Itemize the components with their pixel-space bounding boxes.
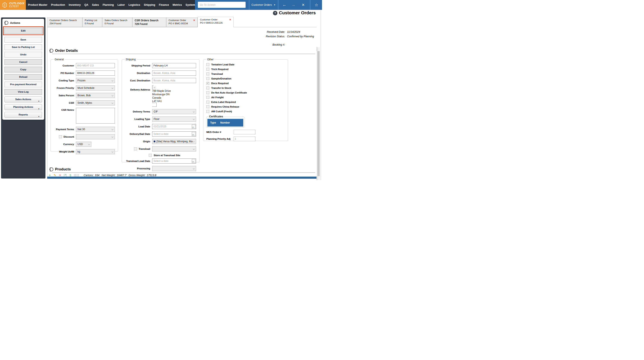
- tab-customer-orders-search[interactable]: Customer Orders Search 294 Found: [47, 17, 82, 27]
- cooling-type-select[interactable]: Frozen: [76, 78, 115, 83]
- favorite-star-icon[interactable]: ☆: [313, 0, 320, 10]
- menu-item-production[interactable]: Production: [51, 3, 65, 6]
- undo-button[interactable]: Undo: [4, 52, 42, 57]
- store-at-transload-site-checkbox[interactable]: [149, 154, 152, 157]
- app-logo: CUTLOGIX CLTEST: [0, 0, 26, 10]
- tab-close-icon[interactable]: ×: [193, 19, 195, 22]
- edit-button[interactable]: Edit: [4, 28, 42, 34]
- scroll-down-button[interactable]: [317, 177, 320, 180]
- shipping-period-field[interactable]: [152, 63, 196, 68]
- transload-select[interactable]: [152, 146, 196, 152]
- collapse-products-icon[interactable]: [50, 168, 53, 171]
- requires-china-release-checkbox[interactable]: [206, 105, 209, 108]
- discount-checkbox[interactable]: [59, 135, 62, 138]
- po-number-field[interactable]: [76, 70, 115, 76]
- save-to-parking-lot-button[interactable]: Save to Parking Lot: [4, 44, 42, 50]
- menu-item-qa[interactable]: QA: [84, 3, 88, 6]
- menu-item-sales[interactable]: Sales: [92, 3, 99, 6]
- cust-destination-field[interactable]: [152, 78, 196, 83]
- tab-csr-orders-search[interactable]: CSR Orders Search 729 Found: [132, 17, 166, 27]
- goto-screen-input[interactable]: [198, 2, 246, 8]
- menu-item-system[interactable]: System: [186, 3, 195, 6]
- tab-parking-lot[interactable]: Parking Lot 0 Found: [82, 17, 102, 27]
- menu-item-logistics[interactable]: Logistics: [128, 3, 140, 6]
- menu-button-label: Planning Actions: [13, 106, 33, 108]
- payment-terms-select[interactable]: Net 30: [76, 127, 115, 132]
- transload-other-checkbox[interactable]: [206, 72, 209, 75]
- csr-select[interactable]: Smith, Myles: [76, 100, 115, 105]
- forward-button[interactable]: →: [290, 0, 297, 10]
- calendar-icon[interactable]: 15: [192, 132, 196, 136]
- order-details-title: Order Details: [55, 49, 78, 53]
- customer-field[interactable]: [76, 63, 115, 68]
- processing-select[interactable]: [152, 166, 196, 171]
- load-date-field[interactable]: 15: [152, 124, 196, 129]
- sales-actions-menu-button[interactable]: Sales Actions ▼: [4, 97, 42, 102]
- help-icon[interactable]: ?: [273, 11, 278, 15]
- delivery-sail-date-input[interactable]: [152, 132, 192, 136]
- tentative-load-date-checkbox[interactable]: [206, 63, 209, 66]
- weight-uofm-select[interactable]: kg: [76, 149, 115, 154]
- calendar-icon[interactable]: 15: [192, 159, 196, 163]
- delivery-address-box[interactable]: 789 Maple Drive Missisauga ON Canada L4T…: [152, 85, 196, 107]
- select-products-icon[interactable]: ✓: [64, 174, 66, 177]
- csr-notes-field[interactable]: [76, 108, 115, 124]
- trich-required-checkbox[interactable]: [206, 68, 209, 71]
- cancel-button[interactable]: Cancel: [4, 59, 42, 65]
- save-button[interactable]: Save: [4, 37, 42, 43]
- delivery-sail-date-field[interactable]: 15: [152, 131, 196, 137]
- menu-item-planning[interactable]: Planning: [103, 3, 114, 6]
- copy-button[interactable]: Copy: [4, 67, 42, 72]
- planning-priority-adj-field[interactable]: [234, 137, 256, 141]
- extra-label-required-checkbox[interactable]: [206, 101, 209, 104]
- sales-person-select[interactable]: Brown, Bob: [76, 93, 115, 98]
- tab-customer-order-bmco-265126[interactable]: Customer Order PO # BMCO-265126 ×: [198, 17, 234, 27]
- menu-item-finance[interactable]: Finance: [159, 3, 169, 6]
- transfer-in-stock-checkbox[interactable]: [206, 86, 209, 89]
- scroll-up-button[interactable]: [317, 47, 320, 51]
- menu-item-metrics[interactable]: Metrics: [173, 3, 182, 6]
- mes-order-label: MES Order #: [206, 131, 234, 133]
- origin-select[interactable]: [Site] Versa Wpg, Winnipeg, Ma: [152, 139, 196, 144]
- scrollbar-thumb[interactable]: [317, 51, 320, 176]
- tab-customer-order-bmc-00234[interactable]: Customer Order PO # BMC-00234 ×: [166, 17, 198, 27]
- reload-button[interactable]: Reload: [4, 74, 42, 80]
- collapse-actions-icon[interactable]: [4, 21, 8, 25]
- destination-field[interactable]: [152, 70, 196, 76]
- discount-select[interactable]: [76, 134, 115, 139]
- back-button[interactable]: ←: [281, 0, 288, 10]
- transload-checkbox[interactable]: [134, 147, 137, 150]
- delivery-address-dropdown-button[interactable]: [152, 86, 156, 89]
- loading-type-select[interactable]: Floor: [152, 117, 196, 122]
- frozen-priority-select[interactable]: Must Schedule: [76, 85, 115, 91]
- transload-load-date-field[interactable]: 15: [152, 159, 196, 164]
- reports-menu-button[interactable]: Reports ▼: [4, 112, 42, 118]
- sample-donation-checkbox[interactable]: [206, 77, 209, 80]
- view-log-button[interactable]: View Log: [4, 89, 42, 95]
- menu-item-shipping[interactable]: Shipping: [144, 3, 155, 6]
- mes-order-field[interactable]: [234, 130, 256, 134]
- brain-logo-icon: [2, 2, 8, 8]
- docs-required-checkbox[interactable]: ✓: [206, 82, 209, 85]
- menu-item-labor[interactable]: Labor: [117, 3, 125, 6]
- order-meta: Received Date: 11/14/2024 Revision Statu…: [246, 30, 320, 47]
- menu-item-inventory[interactable]: Inventory: [69, 3, 81, 6]
- calendar-icon[interactable]: 15: [192, 125, 196, 129]
- air-freight-checkbox[interactable]: [206, 96, 209, 99]
- load-date-input[interactable]: [152, 124, 192, 129]
- do-not-auto-assign-certificate-checkbox[interactable]: [206, 91, 209, 94]
- pre-payment-received-button[interactable]: Pre-payment Received: [4, 82, 42, 87]
- close-screen-button[interactable]: ×: [300, 0, 307, 10]
- am-cutoff-fresh-checkbox[interactable]: [206, 110, 209, 113]
- currency-select[interactable]: USD: [76, 142, 91, 147]
- barcode-icon[interactable]: [74, 174, 79, 177]
- screen-select-dropdown[interactable]: Customer Orders ▼: [249, 0, 278, 10]
- tab-close-icon[interactable]: ×: [230, 18, 231, 21]
- planning-actions-menu-button[interactable]: Planning Actions ▼: [4, 104, 42, 110]
- certificates-table-header[interactable]: Type Number: [208, 119, 243, 127]
- menu-item-product-master[interactable]: Product Master: [28, 3, 47, 6]
- tab-sales-orders-search[interactable]: Sales Orders Search 0 Found: [102, 17, 132, 27]
- transload-load-date-input[interactable]: [152, 159, 192, 163]
- collapse-order-details-icon[interactable]: [50, 49, 53, 53]
- delivery-terms-select[interactable]: CIF: [152, 109, 196, 114]
